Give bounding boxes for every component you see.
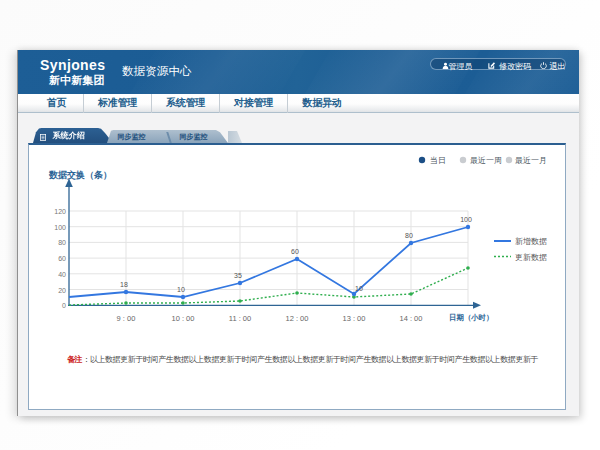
svg-text:35: 35 <box>234 272 242 279</box>
svg-text:10: 10 <box>177 286 185 293</box>
svg-text:100: 100 <box>54 224 66 231</box>
svg-text:80: 80 <box>405 232 413 239</box>
svg-text:日期（小时）: 日期（小时） <box>449 313 493 322</box>
svg-text:10 : 00: 10 : 00 <box>172 314 195 323</box>
svg-text:14 : 00: 14 : 00 <box>400 314 423 323</box>
svg-text:新增数据: 新增数据 <box>515 237 547 246</box>
svg-text:10: 10 <box>355 285 363 292</box>
svg-text:60: 60 <box>58 255 66 262</box>
svg-text:40: 40 <box>58 271 66 278</box>
svg-text:120: 120 <box>54 208 66 215</box>
svg-text:80: 80 <box>58 239 66 246</box>
svg-text:最近一周: 最近一周 <box>470 156 502 165</box>
svg-text:100: 100 <box>460 216 472 223</box>
svg-text:更新数据: 更新数据 <box>515 253 547 262</box>
svg-text:0: 0 <box>62 302 66 309</box>
svg-text:数据交换（条）: 数据交换（条） <box>48 170 112 180</box>
svg-text:最近一月: 最近一月 <box>515 156 547 165</box>
svg-text:20: 20 <box>58 287 66 294</box>
svg-text:13 : 00: 13 : 00 <box>343 314 366 323</box>
svg-text:12 : 00: 12 : 00 <box>286 314 309 323</box>
svg-text:当日: 当日 <box>430 156 446 165</box>
svg-text:9 : 00: 9 : 00 <box>117 314 136 323</box>
svg-text:18: 18 <box>120 281 128 288</box>
svg-text:60: 60 <box>291 248 299 255</box>
svg-text:11 : 00: 11 : 00 <box>229 314 251 323</box>
